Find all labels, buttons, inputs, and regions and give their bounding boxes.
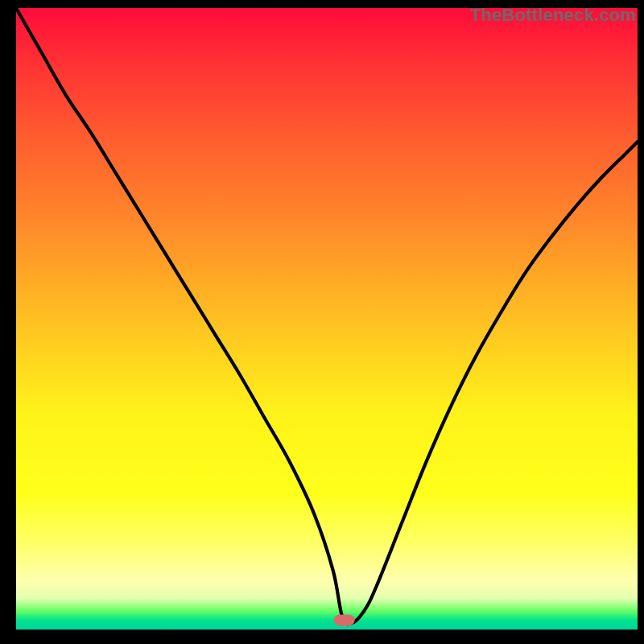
watermark-text: TheBottleneck.com <box>470 5 636 26</box>
minimum-marker <box>334 614 355 625</box>
chart-stage: TheBottleneck.com <box>0 0 644 644</box>
bottleneck-curve <box>16 8 638 625</box>
plot-area <box>16 8 638 630</box>
chart-svg <box>16 8 638 630</box>
